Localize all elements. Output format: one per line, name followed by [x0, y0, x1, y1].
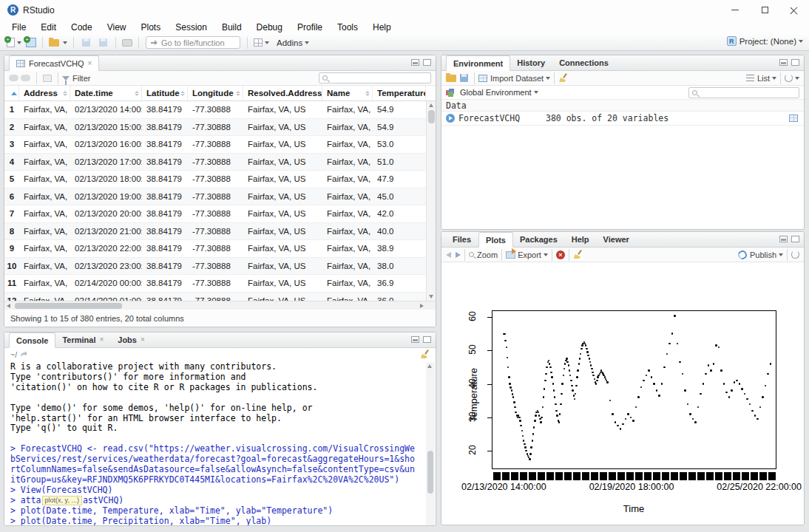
maximize-pane-icon[interactable] [423, 59, 431, 66]
tab-plots[interactable]: Plots [478, 232, 513, 248]
open-file-button[interactable] [47, 38, 70, 47]
forward-icon[interactable] [21, 75, 30, 81]
column-header-latitude[interactable]: Latitude [142, 86, 188, 100]
menu-build[interactable]: Build [214, 21, 249, 34]
minimize-pane-icon[interactable] [779, 236, 788, 242]
tab-connections[interactable]: Connections [552, 55, 616, 70]
console-scrollbar[interactable] [426, 362, 435, 525]
tab-packages[interactable]: Packages [513, 231, 565, 247]
table-search-box[interactable] [319, 72, 431, 83]
tab-help[interactable]: Help [565, 231, 597, 247]
clear-console-icon[interactable] [420, 349, 430, 359]
menu-plots[interactable]: Plots [134, 21, 169, 34]
environment-object-row[interactable]: ForecastVCHQ 380 obs. of 20 variables [441, 112, 804, 126]
table-row[interactable]: 10Fairfax, VA, US02/13/2020 23:00:0038.8… [4, 258, 436, 276]
menu-code[interactable]: Code [64, 21, 100, 34]
column-header-rownum[interactable] [4, 86, 19, 100]
menu-profile[interactable]: Profile [290, 21, 330, 34]
goto-file-box[interactable] [146, 36, 240, 49]
new-project-button[interactable]: + [24, 37, 38, 48]
close-tab-icon[interactable]: × [141, 335, 145, 344]
load-workspace-icon[interactable] [446, 75, 456, 82]
pane-layout-button[interactable] [251, 38, 271, 47]
menu-tools[interactable]: Tools [330, 21, 365, 34]
scroll-up-icon[interactable] [429, 103, 433, 107]
list-view-button[interactable]: List [757, 74, 770, 83]
addins-button[interactable]: Addins [274, 38, 311, 48]
tab-console[interactable]: Console [9, 332, 55, 348]
table-row[interactable]: 4Fairfax, VA, US02/13/2020 17:00:0038.84… [4, 154, 436, 171]
scrollbar-thumb[interactable] [15, 303, 122, 309]
maximize-pane-icon[interactable] [423, 336, 431, 343]
publish-button[interactable]: Publish [750, 250, 776, 259]
minimize-pane-icon[interactable] [779, 59, 788, 66]
new-file-button[interactable]: + [4, 37, 24, 48]
scroll-right-icon[interactable] [420, 304, 424, 308]
table-row[interactable]: 7Fairfax, VA, US02/13/2020 20:00:0038.84… [4, 205, 436, 223]
column-header-resolved-address[interactable]: Resolved.Address [243, 86, 322, 100]
minimize-button[interactable] [720, 0, 750, 20]
save-workspace-icon[interactable] [460, 74, 468, 82]
view-data-icon[interactable] [789, 115, 798, 122]
filter-button[interactable]: Filter [72, 74, 90, 83]
maximize-pane-icon[interactable] [791, 236, 799, 242]
column-header-temperature[interactable]: Temperature [373, 86, 426, 100]
previous-plot-icon[interactable] [446, 252, 451, 258]
scrollbar-thumb[interactable] [428, 110, 435, 123]
clear-environment-icon[interactable] [558, 73, 568, 83]
print-button[interactable] [120, 38, 135, 47]
table-row[interactable]: 8Fairfax, VA, US02/13/2020 21:00:0038.84… [4, 223, 436, 241]
table-row[interactable]: 6Fairfax, VA, US02/13/2020 19:00:0038.84… [4, 188, 436, 206]
menu-edit[interactable]: Edit [33, 21, 64, 34]
save-all-button[interactable] [95, 38, 112, 47]
zoom-plot-button[interactable]: Zoom [477, 250, 498, 259]
menu-view[interactable]: View [100, 21, 134, 34]
import-dataset-button[interactable]: Import Dataset [490, 74, 544, 83]
column-header-longitude[interactable]: Longitude [188, 86, 243, 100]
close-tab-icon[interactable]: × [99, 335, 104, 344]
table-row[interactable]: 1Fairfax, VA, US02/13/2020 14:00:0038.84… [4, 101, 436, 119]
scroll-up-icon[interactable] [427, 364, 432, 368]
environment-search-input[interactable] [697, 89, 792, 97]
table-vertical-scrollbar[interactable] [426, 101, 436, 301]
close-button[interactable] [779, 0, 809, 20]
tab-history[interactable]: History [510, 55, 552, 70]
environment-search-box[interactable] [688, 87, 799, 98]
tab-jobs[interactable]: Jobs × [111, 332, 152, 347]
remove-plot-icon[interactable]: × [556, 250, 565, 259]
scroll-left-icon[interactable] [7, 304, 10, 308]
menu-session[interactable]: Session [168, 21, 214, 34]
table-row[interactable]: 3Fairfax, VA, US02/13/2020 16:00:0038.84… [4, 136, 436, 154]
minimize-pane-icon[interactable] [411, 59, 419, 66]
expand-object-icon[interactable] [446, 114, 455, 123]
menu-file[interactable]: File [4, 21, 33, 34]
back-icon[interactable] [9, 75, 18, 81]
column-header-name[interactable]: Name [322, 86, 373, 100]
console-output[interactable]: R is a collaborative project with many c… [4, 361, 430, 526]
table-row[interactable]: 5Fairfax, VA, US02/13/2020 18:00:0038.84… [4, 171, 436, 188]
menu-debug[interactable]: Debug [249, 21, 290, 34]
table-row[interactable]: 11Fairfax, VA, US02/14/2020 00:00:0038.8… [4, 275, 436, 293]
menu-help[interactable]: Help [365, 21, 399, 34]
tab-files[interactable]: Files [446, 231, 478, 247]
next-plot-icon[interactable] [456, 252, 461, 258]
refresh-icon[interactable] [785, 74, 793, 82]
column-header-address[interactable]: Address [19, 86, 70, 100]
tab-environment[interactable]: Environment [446, 55, 510, 71]
maximize-button[interactable] [750, 0, 779, 20]
column-header-date-time[interactable]: Date.time [70, 86, 142, 100]
table-row[interactable]: 12Fairfax, VA, US02/14/2020 01:00:0038.8… [4, 293, 436, 301]
scrollbar-thumb[interactable] [427, 451, 433, 494]
table-row[interactable]: 9Fairfax, VA, US02/13/2020 22:00:0038.84… [4, 240, 436, 258]
save-button[interactable] [78, 38, 95, 47]
minimize-pane-icon[interactable] [411, 336, 419, 343]
export-plot-button[interactable]: Export [518, 250, 541, 259]
table-horizontal-scrollbar[interactable] [4, 301, 436, 310]
close-tab-icon[interactable]: × [88, 59, 92, 67]
environment-scope-selector[interactable]: Global Environment [460, 88, 532, 97]
tab-forecastvchq[interactable]: ForecastVCHQ × [9, 55, 99, 71]
goto-directory-icon[interactable] [20, 351, 27, 358]
tab-viewer[interactable]: Viewer [597, 231, 637, 247]
maximize-pane-icon[interactable] [791, 59, 799, 66]
project-menu-button[interactable]: R Project: (None) [727, 36, 803, 46]
